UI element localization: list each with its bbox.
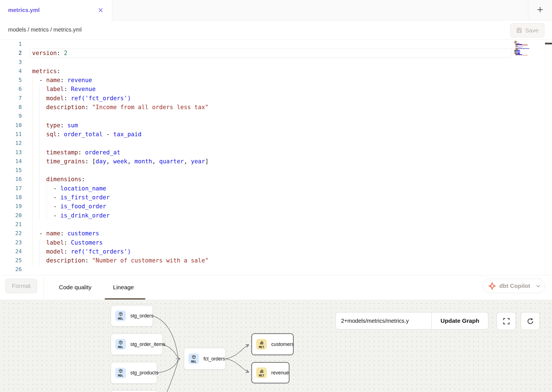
- code-line-12[interactable]: 12: [0, 139, 530, 148]
- close-icon[interactable]: [98, 8, 103, 13]
- overview-ruler: [545, 40, 545, 275]
- line-content: metrics:: [32, 67, 60, 76]
- code-line-13[interactable]: 13 timestamp: ordered_at: [0, 148, 530, 157]
- code-line-17[interactable]: 17 - location_name: [0, 184, 530, 193]
- code-line-23[interactable]: 23 label: Customers: [0, 238, 530, 247]
- dbt-copilot-icon: [488, 282, 496, 290]
- dbt-copilot-button[interactable]: dbt Copilot: [483, 279, 545, 293]
- toolbar-divider: [43, 275, 44, 300]
- save-button[interactable]: Save: [510, 23, 544, 37]
- format-button[interactable]: Format: [5, 279, 37, 293]
- refresh-button[interactable]: [521, 312, 540, 330]
- code-line-8[interactable]: 8 description: "Income from all orders l…: [0, 103, 530, 112]
- badge-label: MET: [259, 374, 264, 377]
- tab-metrics-yml[interactable]: metrics.yml: [0, 0, 112, 20]
- chevron-down-icon: [536, 284, 541, 288]
- line-content: - is_first_order: [32, 193, 110, 202]
- code-line-22[interactable]: 22 - name: customers: [0, 229, 530, 238]
- lineage-node-fct_orders[interactable]: MDLfct_orders: [184, 348, 225, 370]
- line-number: 6: [0, 85, 22, 94]
- lineage-node-stg_orders[interactable]: MDLstg_orders: [111, 305, 153, 326]
- line-content: label: Revenue: [32, 85, 96, 94]
- line-number: 10: [0, 121, 22, 130]
- code-line-5[interactable]: 5 - name: revenue: [0, 76, 530, 85]
- node-label: fct_orders: [203, 356, 225, 362]
- lineage-node-stg_order_items[interactable]: MDLstg_order_items: [111, 334, 163, 355]
- line-number: 9: [0, 112, 22, 121]
- line-number: 14: [0, 157, 22, 166]
- line-content: model: ref('fct_orders'): [32, 94, 131, 103]
- line-number: 15: [0, 166, 22, 175]
- tab-code-quality[interactable]: Code quality: [51, 275, 100, 300]
- code-line-20[interactable]: 20 - is_drink_order: [0, 211, 530, 220]
- line-number: 18: [0, 193, 22, 202]
- code-line-11[interactable]: 11 sql: order_total - tax_paid: [0, 130, 530, 139]
- lineage-panel: MDLstg_ordersMDLstg_order_itemsMDLstg_pr…: [0, 300, 552, 392]
- line-number: 25: [0, 256, 22, 265]
- plus-icon: [537, 6, 543, 14]
- line-number: 11: [0, 130, 22, 139]
- code-line-7[interactable]: 7 model: ref('fct_orders'): [0, 94, 530, 103]
- code-line-25[interactable]: 25 description: "Number of customers wit…: [0, 256, 530, 265]
- graph-selector-field[interactable]: [336, 312, 432, 329]
- minimap[interactable]: [514, 40, 529, 63]
- badge-label: MDL: [118, 374, 123, 377]
- breadcrumb: models / metrics / metrics.yml: [8, 20, 81, 39]
- code-line-4[interactable]: 4metrics:: [0, 67, 530, 76]
- lineage-node-partial[interactable]: [111, 390, 157, 392]
- lineage-node-revenue[interactable]: METrevenue: [251, 362, 289, 383]
- line-number: 8: [0, 103, 22, 112]
- code-line-16[interactable]: 16 dimensions:: [0, 175, 530, 184]
- code-line-3[interactable]: 3: [0, 58, 530, 67]
- code-line-21[interactable]: 21: [0, 220, 530, 229]
- code-line-18[interactable]: 18 - is_first_order: [0, 193, 530, 202]
- model-cube-icon: MDL: [115, 339, 126, 350]
- code-line-14[interactable]: 14 time_grains: [day, week, month, quart…: [0, 157, 530, 166]
- line-number: 1: [0, 40, 22, 49]
- fullscreen-icon: [503, 317, 510, 325]
- lineage-node-customers[interactable]: METcustomers: [251, 333, 294, 355]
- metric-chart-icon: MET: [256, 339, 267, 350]
- line-number: 12: [0, 139, 22, 148]
- graph-selector-input[interactable]: [340, 317, 428, 324]
- line-number: 21: [0, 220, 22, 229]
- line-content: label: Customers: [32, 238, 103, 247]
- code-line-26[interactable]: 26: [0, 265, 530, 274]
- line-number: 20: [0, 211, 22, 220]
- save-label: Save: [525, 27, 539, 34]
- model-cube-icon: MDL: [188, 353, 199, 364]
- code-editor[interactable]: 12version: 234metrics:5 - name: revenue6…: [0, 39, 552, 275]
- code-line-19[interactable]: 19 - is_food_order: [0, 202, 530, 211]
- code-line-15[interactable]: 15: [0, 166, 530, 175]
- code-lines[interactable]: 12version: 234metrics:5 - name: revenue6…: [0, 40, 530, 274]
- line-number: 7: [0, 94, 22, 103]
- overview-ruler-cursor-mark: [545, 43, 552, 44]
- line-number: 5: [0, 76, 22, 85]
- dbt-copilot-label: dbt Copilot: [499, 283, 530, 289]
- line-content: model: ref('fct_orders'): [32, 247, 131, 256]
- line-number: 22: [0, 229, 22, 238]
- node-label: stg_products: [130, 370, 158, 376]
- fullscreen-button[interactable]: [497, 312, 516, 330]
- code-line-6[interactable]: 6 label: Revenue: [0, 85, 530, 94]
- model-cube-icon: MDL: [115, 368, 126, 378]
- line-number: 19: [0, 202, 22, 211]
- code-line-2[interactable]: 2version: 2: [0, 49, 530, 58]
- node-label: stg_orders: [130, 313, 153, 319]
- line-number: 24: [0, 247, 22, 256]
- line-content: timestamp: ordered_at: [32, 148, 120, 157]
- line-content: - is_food_order: [32, 202, 106, 211]
- line-number: 3: [0, 58, 22, 67]
- node-label: revenue: [271, 370, 289, 376]
- code-line-10[interactable]: 10 type: sum: [0, 121, 530, 130]
- code-line-1[interactable]: 1: [0, 40, 530, 49]
- code-line-24[interactable]: 24 model: ref('fct_orders'): [0, 247, 530, 256]
- line-number: 4: [0, 67, 22, 76]
- line-number: 23: [0, 238, 22, 247]
- tab-lineage[interactable]: Lineage: [105, 275, 142, 300]
- refresh-icon: [527, 317, 534, 325]
- lineage-node-stg_products[interactable]: MDLstg_products: [111, 362, 157, 384]
- new-tab-button[interactable]: [528, 0, 552, 20]
- code-line-9[interactable]: 9: [0, 112, 530, 121]
- update-graph-button[interactable]: Update Graph: [432, 312, 488, 329]
